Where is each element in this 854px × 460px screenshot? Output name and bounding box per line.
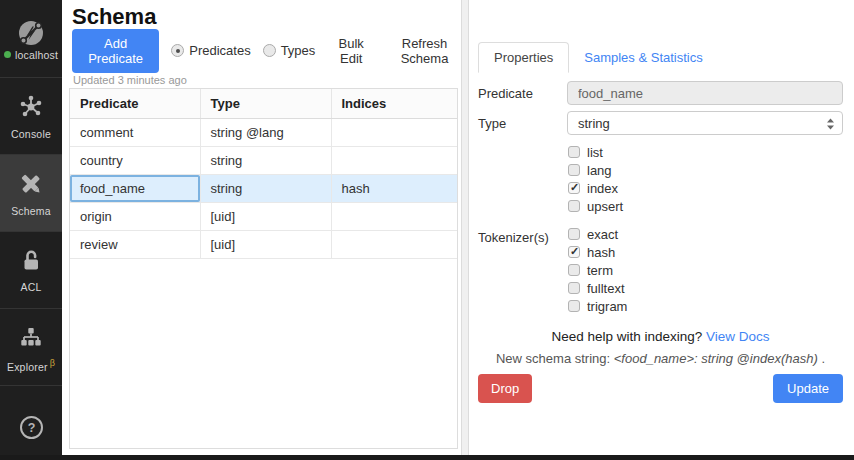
cell-predicate[interactable]: origin [70,203,200,231]
cell-predicate[interactable]: country [70,147,200,175]
table-row[interactable]: origin[uid] [70,203,457,231]
tab-properties[interactable]: Properties [478,42,569,73]
sidebar-item-label: Schema [11,205,51,217]
svg-text:?: ? [27,421,35,435]
table-row[interactable]: commentstring @lang [70,119,457,147]
cell-indices[interactable] [331,203,457,231]
sidebar-item-label: ACL [20,281,41,293]
tokenizer-checkbox-list: exacthashtermfulltexttrigram [567,225,843,315]
cell-predicate[interactable]: review [70,231,200,259]
checkbox-option-index[interactable]: index [567,179,843,197]
cell-indices[interactable] [331,147,457,175]
bulk-edit-button[interactable]: Bulk Edit [331,36,371,66]
beta-badge: β [50,358,55,368]
types-radio[interactable] [263,44,276,57]
term-checkbox[interactable] [568,264,580,276]
checkbox-option-list[interactable]: list [567,143,843,161]
upsert-checkbox[interactable] [568,200,580,212]
lang-checkbox[interactable] [568,164,580,176]
checkbox-option-exact[interactable]: exact [567,225,843,243]
cell-type[interactable]: [uid] [200,231,331,259]
column-header-indices[interactable]: Indices [331,89,457,119]
checkbox-option-upsert[interactable]: upsert [567,197,843,215]
connection-status-dot [4,51,11,58]
cell-indices[interactable] [331,231,457,259]
checkbox-label: upsert [587,199,623,214]
checkbox-label: fulltext [587,281,625,296]
dgraph-logo-icon [15,17,47,49]
exact-checkbox[interactable] [568,228,580,240]
hash-checkbox[interactable] [568,246,580,258]
checkbox-label: exact [587,227,618,242]
sidebar-item-console[interactable]: Console [0,78,62,155]
predicates-table: Predicate Type Indices commentstring @la… [70,89,457,259]
sidebar-item-schema[interactable]: Schema [0,155,62,232]
column-header-predicate[interactable]: Predicate [70,89,200,119]
trigram-checkbox[interactable] [568,300,580,312]
tokenizers-label: Tokenizer(s) [478,225,567,315]
checkbox-option-trigram[interactable]: trigram [567,297,843,315]
schema-list-panel: Schema Add Predicate Predicates Types Bu… [62,0,462,455]
flags-spacer [478,143,567,215]
update-button[interactable]: Update [773,374,843,403]
table-row[interactable]: review[uid] [70,231,457,259]
page-title: Schema [72,4,462,30]
table-row[interactable]: food_namestringhash [70,175,457,203]
predicate-field-label: Predicate [478,81,567,105]
type-select[interactable]: string [567,111,843,135]
type-select-value: string [578,116,610,131]
cell-type[interactable]: [uid] [200,203,331,231]
cell-indices[interactable] [331,119,457,147]
refresh-schema-button[interactable]: Refresh Schema [387,36,462,66]
checkbox-option-lang[interactable]: lang [567,161,843,179]
schema-table-body: commentstring @langcountrystringfood_nam… [70,119,457,259]
app-window: localhost Console [0,0,854,460]
sidebar-item-acl[interactable]: ACL [0,232,62,309]
cell-predicate[interactable]: food_name [70,175,200,203]
lock-icon [17,247,45,275]
radio-types[interactable]: Types [263,43,316,58]
cell-type[interactable]: string @lang [200,119,331,147]
sidebar-item-help[interactable]: ? [0,386,62,460]
table-row[interactable]: countrystring [70,147,457,175]
cell-type[interactable]: string [200,175,331,203]
schema-tools-icon [16,169,46,199]
panel-resize-gutter[interactable] [461,0,469,455]
checkbox-label: trigram [587,299,627,314]
schema-toolbar: Add Predicate Predicates Types Bulk Edit… [72,37,462,64]
predicate-properties-panel: Properties Samples & Statistics Predicat… [469,0,854,455]
drop-button[interactable]: Drop [478,374,532,403]
cell-type[interactable]: string [200,147,331,175]
checkbox-option-fulltext[interactable]: fulltext [567,279,843,297]
select-stepper-icon [825,117,836,131]
checkbox-label: list [587,145,603,160]
table-header-row: Predicate Type Indices [70,89,457,119]
checkbox-option-term[interactable]: term [567,261,843,279]
cell-predicate[interactable]: comment [70,119,200,147]
sidebar-item-explorer[interactable]: Explorerβ [0,309,62,386]
sidebar-item-label: Console [11,128,51,140]
predicates-table-container: Predicate Type Indices commentstring @la… [69,88,458,449]
column-header-type[interactable]: Type [200,89,331,119]
sidebar: localhost Console [0,0,62,460]
bottom-status-bar [0,455,854,460]
checkbox-label: lang [587,163,612,178]
type-field-label: Type [478,111,567,135]
list-checkbox[interactable] [568,146,580,158]
checkbox-option-hash[interactable]: hash [567,243,843,261]
new-schema-string: New schema string: <food_name>: string @… [478,351,843,366]
radio-predicates[interactable]: Predicates [171,43,250,58]
predicates-radio[interactable] [171,44,184,57]
indexing-help-line: Need help with indexing? View Docs [478,329,843,344]
tab-samples-statistics[interactable]: Samples & Statistics [569,43,718,72]
cell-indices[interactable]: hash [331,175,457,203]
index-checkbox[interactable] [568,182,580,194]
radio-label: Types [281,43,316,58]
radio-label: Predicates [189,43,250,58]
add-predicate-button[interactable]: Add Predicate [72,29,159,73]
help-icon: ? [18,414,45,441]
fulltext-checkbox[interactable] [568,282,580,294]
view-docs-link[interactable]: View Docs [706,329,770,344]
sidebar-item-connection[interactable]: localhost [0,0,62,78]
predicate-name-input[interactable] [567,81,843,105]
